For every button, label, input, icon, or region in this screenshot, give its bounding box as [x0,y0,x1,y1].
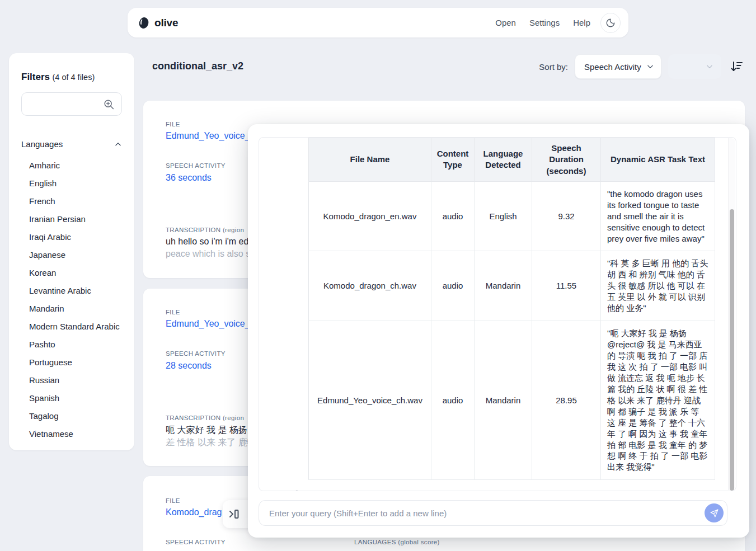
sidebar-item-language[interactable]: Korean [21,264,122,282]
chevron-down-icon [646,63,654,70]
theme-toggle-button[interactable] [600,13,621,33]
sort-direction-button[interactable] [728,58,745,75]
speech-activity-label: SPEECH ACTIVITY [166,162,226,169]
filter-search [21,92,122,116]
filters-file-count: (4 of 4 files) [52,73,95,82]
table-cell: English [475,181,532,251]
transcription-label: TRANSCRIPTION (region [166,415,244,421]
table-cell: "呃 大家好 我 是 杨扬 @reject@ 我 是 马来西亚 的 导演 呃 我… [601,321,715,480]
sort-descending-icon [730,60,743,73]
table-cell: Edmund_Yeo_voice_ch.wav [309,321,431,480]
query-answer-modal: File Name Content Type Language Detected… [248,124,749,538]
col-file-name: File Name [309,138,431,182]
sidebar-item-language[interactable]: Levantine Arabic [21,282,122,300]
speech-activity-label: SPEECH ACTIVITY [166,350,226,357]
file-label: FILE [166,497,180,504]
col-dynamic-asr-text: Dynamic ASR Task Text [601,138,715,182]
asr-results-table: File Name Content Type Language Detected… [308,138,715,480]
stop-button[interactable]: Stop [Esc] [292,489,345,491]
file-label: FILE [166,121,180,128]
sidebar-item-language[interactable]: Spanish [21,389,122,407]
language-filter-list: AmharicEnglishFrenchIranian PersianIraqi… [21,157,122,443]
table-cell: 11.55 [532,251,601,321]
languages-section-header[interactable]: Languages [21,139,122,149]
new-answer-button[interactable]: New answer [646,490,707,491]
table-cell: "the komodo dragon uses its forked tongu… [601,181,715,251]
sidebar-item-language[interactable]: Iranian Persian [21,210,122,228]
sidebar-item-language[interactable]: French [21,192,122,210]
nav-open[interactable]: Open [495,18,516,27]
brand: olive [138,16,178,30]
col-language-detected: Language Detected [475,138,532,182]
nav-help[interactable]: Help [573,18,590,27]
transcription-label: TRANSCRIPTION (region [166,227,244,233]
table-cell: audio [431,321,475,480]
moon-icon [605,18,616,28]
sidebar-item-language[interactable]: Mandarin [21,300,122,318]
table-cell: Mandarin [475,321,532,480]
app-screen: olive Open Settings Help Filters (4 of 4… [0,0,756,551]
col-content-type: Content Type [431,138,475,182]
send-plane-icon [710,508,719,518]
table-row: Komodo_dragon_en.wavaudioEnglish9.32"the… [309,181,715,251]
answer-footer: Stop [Esc] New answer [292,489,707,491]
table-cell: audio [431,251,475,321]
sort-field-select[interactable]: Speech Activity [575,54,661,79]
table-cell: Mandarin [475,251,532,321]
transcription-line: uh hello so i'm i'm edm [166,237,256,247]
sidebar-item-language[interactable]: Portuguese [21,354,122,371]
brand-name: olive [154,17,178,29]
chevron-down-icon [706,63,713,70]
refresh-icon [646,490,655,491]
stop-circle-x-icon [292,489,302,491]
send-button[interactable] [705,503,724,522]
stop-button-label: Stop [Esc] [307,490,345,491]
top-bar: olive Open Settings Help [128,8,628,37]
transcription-line-muted: peace which is also sl [166,249,252,259]
languages-global-score-label: LANGUAGES (global score) [354,539,440,545]
sort-controls: Sort by: Speech Activity [539,54,745,79]
filters-title: Filters (4 of 4 files) [21,72,122,83]
query-input[interactable] [259,500,727,526]
scrollbar-track[interactable] [728,138,735,490]
table-row: Komodo_dragon_ch.wavaudioMandarin11.55"科… [309,251,715,321]
sidebar-item-language[interactable]: Vietnamese [21,425,122,443]
sidebar-item-language[interactable]: Amharic [21,157,122,175]
sidebar-item-language[interactable]: Pashto [21,336,122,354]
secondary-sort-select[interactable] [668,54,721,79]
query-input-row [259,500,727,526]
sidebar-item-language[interactable]: English [21,175,122,192]
scrollbar-thumb[interactable] [730,209,734,491]
sidebar-item-language[interactable]: Tagalog [21,407,122,425]
search-zoom-icon [103,98,115,111]
speech-activity-label: SPEECH ACTIVITY [166,539,226,545]
file-link[interactable]: Edmund_Yeo_voice_c [166,319,255,329]
table-cell: Komodo_dragon_ch.wav [309,251,431,321]
chevron-up-icon [114,140,122,148]
table-body: Komodo_dragon_en.wavaudioEnglish9.32"the… [309,181,715,480]
table-cell: audio [431,181,475,251]
speech-activity-value: 28 seconds [166,361,212,371]
languages-section-label: Languages [21,139,63,149]
sidebar-item-language[interactable]: Russian [21,371,122,389]
answer-response-area: File Name Content Type Language Detected… [259,137,736,491]
filters-sidebar: Filters (4 of 4 files) Languages [9,53,134,450]
sidebar-item-language[interactable]: Iraqi Arabic [21,228,122,246]
file-link[interactable]: Komodo_drag [166,507,222,517]
table-row: Edmund_Yeo_voice_ch.wavaudioMandarin28.9… [309,321,715,480]
table-cell: 28.95 [532,321,601,480]
page-title: conditional_asr_v2 [152,60,243,72]
sidebar-item-language[interactable]: Modern Standard Arabic [21,318,122,336]
col-speech-duration: Speech Duration (seconds) [532,138,601,182]
new-answer-label: New answer [660,490,707,491]
sort-field-value: Speech Activity [584,62,641,72]
sidebar-item-language[interactable]: Japanese [21,246,122,264]
sort-by-label: Sort by: [539,62,568,72]
table-cell: "科 莫 多 巨蜥 用 他的 舌头 胡 西 和 辨别 气味 他的 舌头 很 敏感… [601,251,715,321]
table-header-row: File Name Content Type Language Detected… [309,138,715,182]
file-label: FILE [166,309,180,315]
speech-activity-value: 36 seconds [166,173,212,183]
olive-logo-icon [138,16,150,30]
file-link[interactable]: Edmund_Yeo_voice_e [166,131,255,141]
nav-settings[interactable]: Settings [529,18,560,27]
